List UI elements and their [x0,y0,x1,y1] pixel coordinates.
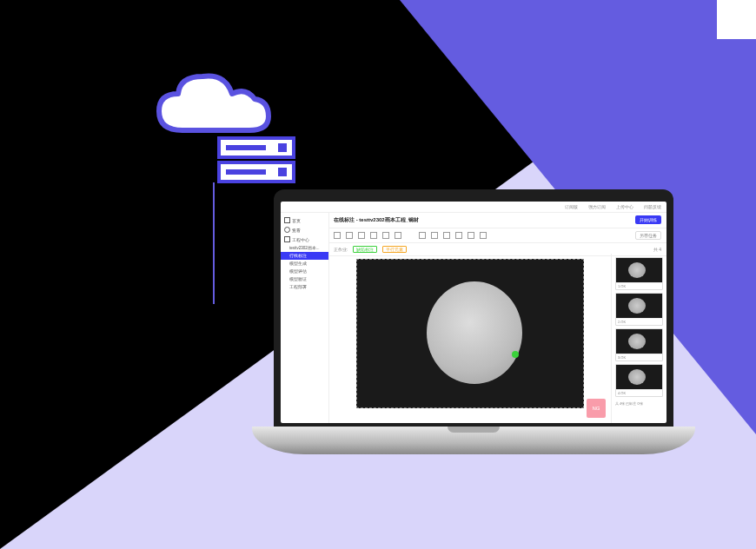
cloud-server-illustration [152,69,300,195]
more-icon[interactable] [431,232,438,239]
annotation-point[interactable] [512,351,519,358]
sidebar-item-deploy[interactable]: 工程部署 [281,283,328,291]
sidebar: 首页 查看 工程中心 testtv2302画本... 行线标注 模型生成 模型评… [281,212,329,423]
image-frame[interactable] [356,259,584,408]
sidebar-item-model-eval[interactable]: 模型评估 [281,268,328,275]
content-area: 在线标注 - testtv2302画本工程_铜材 开始训练 [328,212,666,423]
sidebar-item-project[interactable]: testtv2302画本... [281,244,328,252]
sidebar-item-view[interactable]: 查看 [281,225,328,235]
tagbar-count: 共 4 [653,247,661,252]
redo-icon[interactable] [346,232,353,239]
undo-icon[interactable] [334,232,341,239]
save-task-button[interactable]: 另存任务 [635,231,661,240]
sidebar-item-model-gen[interactable]: 模型生成 [281,260,328,268]
thumbnail[interactable]: 3.OK [615,328,663,361]
titlebar: 在线标注 - testtv2302画本工程_铜材 开始训练 [328,212,666,228]
arrow-icon[interactable] [443,232,450,239]
tag[interactable]: 平行元素 [382,246,407,253]
start-training-button[interactable]: 开始训练 [635,215,661,224]
laptop-frame: 订阅版 强力订阅 上传中心 问题反馈 首页 查看 工程中心 testtv2302… [252,189,695,454]
topbar-link[interactable]: 强力订阅 [588,204,606,209]
thumbnail-column: 1.OK 2.OK 3.OK 4.OK 共 4张 已标注 0张 [611,254,666,423]
ng-badge: NG [587,399,606,418]
canvas-panel[interactable]: NG [328,254,611,423]
topbar-link[interactable]: 问题反馈 [644,204,661,209]
tag[interactable]: 缺陷标注 [353,246,377,253]
home-icon [284,217,290,223]
grid-icon [284,236,290,242]
toolbar: 另存任务 [328,228,666,243]
connector-line [213,182,215,304]
page-icon [284,227,290,233]
thumbnail[interactable]: 4.OK [615,364,663,397]
svg-rect-5 [278,168,287,176]
curve-icon[interactable] [455,232,462,239]
sidebar-item-annotate[interactable]: 行线标注 [281,252,328,260]
frame-icon[interactable] [370,232,377,239]
thumbnail[interactable]: 2.OK [615,293,663,326]
thumbnail-footer: 共 4张 已标注 0张 [615,400,663,406]
fit-icon[interactable] [419,232,426,239]
app-window: 订阅版 强力订阅 上传中心 问题反馈 首页 查看 工程中心 testtv2302… [281,202,666,423]
delete-icon[interactable] [358,232,365,239]
export-icon[interactable] [468,232,474,239]
workarea: NG 1.OK 2.OK 3.OK 4.OK 共 4张 已标注 0张 [328,254,666,423]
svg-rect-1 [226,145,266,150]
topbar-link[interactable]: 上传中心 [616,204,633,209]
svg-rect-4 [226,169,266,175]
link-icon[interactable] [480,232,487,239]
thumbnail[interactable]: 1.OK [615,257,663,290]
sidebar-item-projects[interactable]: 工程中心 [281,235,328,244]
text-icon[interactable] [395,232,401,239]
tagbar-label: 正作业: [334,247,348,252]
page-title: 在线标注 - testtv2302画本工程_铜材 [334,216,419,224]
ocr-icon[interactable] [382,232,389,239]
sidebar-item-model-verify[interactable]: 模型验证 [281,275,328,283]
svg-rect-2 [278,143,287,152]
topbar-link[interactable]: 订阅版 [565,204,578,209]
laptop-base [252,427,695,454]
specimen-oval [427,281,522,384]
sidebar-item-home[interactable]: 首页 [281,215,328,225]
bg-white-corner [717,0,756,39]
server-icon [217,136,295,184]
